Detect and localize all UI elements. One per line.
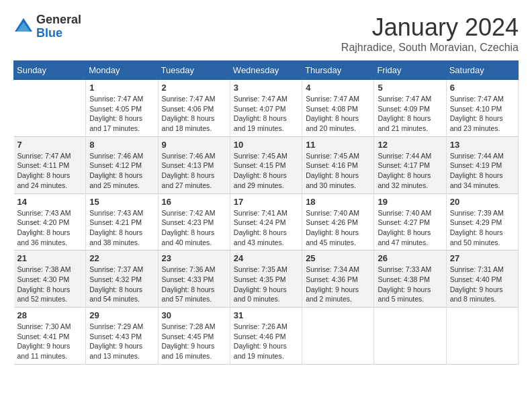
calendar-cell: 6Sunrise: 7:47 AMSunset: 4:10 PMDaylight…: [446, 80, 518, 137]
logo: General Blue: [13, 13, 81, 40]
calendar-cell: 24Sunrise: 7:35 AMSunset: 4:35 PMDayligh…: [230, 250, 302, 308]
calendar-week-row: 21Sunrise: 7:38 AMSunset: 4:30 PMDayligh…: [14, 250, 519, 308]
day-info: Sunrise: 7:34 AMSunset: 4:36 PMDaylight:…: [306, 265, 370, 304]
day-info: Sunrise: 7:47 AMSunset: 4:08 PMDaylight:…: [306, 94, 370, 134]
day-number: 28: [17, 310, 83, 320]
day-info: Sunrise: 7:35 AMSunset: 4:35 PMDaylight:…: [234, 265, 298, 304]
calendar-cell: 12Sunrise: 7:44 AMSunset: 4:17 PMDayligh…: [374, 136, 446, 193]
calendar-week-row: 1Sunrise: 7:47 AMSunset: 4:05 PMDaylight…: [14, 80, 519, 137]
calendar-cell: 17Sunrise: 7:41 AMSunset: 4:24 PMDayligh…: [230, 193, 302, 250]
location: Rajhradice, South Moravian, Czechia: [341, 42, 519, 54]
day-info: Sunrise: 7:47 AMSunset: 4:07 PMDaylight:…: [234, 94, 298, 134]
calendar-cell: 20Sunrise: 7:39 AMSunset: 4:29 PMDayligh…: [446, 193, 518, 250]
day-number: 17: [234, 197, 298, 207]
logo-text: General Blue: [36, 13, 81, 40]
day-number: 27: [450, 253, 515, 263]
weekday-header-tuesday: Tuesday: [158, 61, 230, 80]
calendar-cell: 30Sunrise: 7:28 AMSunset: 4:45 PMDayligh…: [158, 308, 230, 365]
weekday-header-sunday: Sunday: [14, 61, 86, 80]
day-info: Sunrise: 7:36 AMSunset: 4:33 PMDaylight:…: [162, 265, 226, 304]
day-info: Sunrise: 7:41 AMSunset: 4:24 PMDaylight:…: [234, 208, 298, 248]
weekday-header-friday: Friday: [374, 61, 446, 80]
day-info: Sunrise: 7:42 AMSunset: 4:23 PMDaylight:…: [162, 208, 226, 248]
day-number: 25: [306, 253, 370, 263]
logo-blue: Blue: [36, 27, 81, 40]
month-title: January 2024: [341, 13, 519, 42]
day-number: 30: [162, 310, 226, 320]
calendar-cell: 8Sunrise: 7:46 AMSunset: 4:12 PMDaylight…: [86, 136, 158, 193]
calendar-cell: 14Sunrise: 7:43 AMSunset: 4:20 PMDayligh…: [14, 193, 86, 250]
day-info: Sunrise: 7:47 AMSunset: 4:11 PMDaylight:…: [17, 151, 83, 191]
day-number: 24: [234, 253, 298, 263]
calendar-cell: 1Sunrise: 7:47 AMSunset: 4:05 PMDaylight…: [86, 80, 158, 137]
day-number: 10: [234, 140, 298, 150]
weekday-header-thursday: Thursday: [302, 61, 374, 80]
day-info: Sunrise: 7:40 AMSunset: 4:26 PMDaylight:…: [306, 208, 370, 248]
weekday-header-saturday: Saturday: [446, 61, 518, 80]
title-block: January 2024 Rajhradice, South Moravian,…: [341, 13, 519, 54]
calendar-cell: 7Sunrise: 7:47 AMSunset: 4:11 PMDaylight…: [14, 136, 86, 193]
calendar-cell: 2Sunrise: 7:47 AMSunset: 4:06 PMDaylight…: [158, 80, 230, 137]
day-number: 9: [162, 140, 226, 150]
day-number: 3: [234, 83, 298, 93]
day-info: Sunrise: 7:46 AMSunset: 4:13 PMDaylight:…: [162, 151, 226, 191]
day-number: 16: [162, 197, 226, 207]
day-number: 15: [89, 197, 154, 207]
day-number: 31: [234, 310, 298, 320]
day-number: 2: [162, 83, 226, 93]
day-info: Sunrise: 7:31 AMSunset: 4:40 PMDaylight:…: [450, 265, 515, 304]
calendar-week-row: 28Sunrise: 7:30 AMSunset: 4:41 PMDayligh…: [14, 308, 519, 365]
calendar-cell: 26Sunrise: 7:33 AMSunset: 4:38 PMDayligh…: [374, 250, 446, 308]
day-number: 5: [378, 83, 442, 93]
calendar-cell: 28Sunrise: 7:30 AMSunset: 4:41 PMDayligh…: [14, 308, 86, 365]
day-number: 13: [450, 140, 515, 150]
calendar-cell: 27Sunrise: 7:31 AMSunset: 4:40 PMDayligh…: [446, 250, 518, 308]
day-info: Sunrise: 7:28 AMSunset: 4:45 PMDaylight:…: [162, 322, 226, 361]
calendar-cell: 9Sunrise: 7:46 AMSunset: 4:13 PMDaylight…: [158, 136, 230, 193]
day-number: 1: [89, 83, 154, 93]
day-info: Sunrise: 7:37 AMSunset: 4:32 PMDaylight:…: [89, 265, 154, 304]
day-info: Sunrise: 7:33 AMSunset: 4:38 PMDaylight:…: [378, 265, 442, 304]
weekday-header-row: SundayMondayTuesdayWednesdayThursdayFrid…: [14, 61, 519, 80]
calendar-cell: 13Sunrise: 7:44 AMSunset: 4:19 PMDayligh…: [446, 136, 518, 193]
logo-icon: [13, 17, 34, 37]
calendar-cell: 22Sunrise: 7:37 AMSunset: 4:32 PMDayligh…: [86, 250, 158, 308]
calendar-cell: 18Sunrise: 7:40 AMSunset: 4:26 PMDayligh…: [302, 193, 374, 250]
day-number: 23: [162, 253, 226, 263]
day-info: Sunrise: 7:39 AMSunset: 4:29 PMDaylight:…: [450, 208, 515, 248]
day-info: Sunrise: 7:43 AMSunset: 4:20 PMDaylight:…: [17, 208, 83, 248]
calendar-cell: 19Sunrise: 7:40 AMSunset: 4:27 PMDayligh…: [374, 193, 446, 250]
day-number: 14: [17, 197, 83, 207]
calendar-cell: 15Sunrise: 7:43 AMSunset: 4:21 PMDayligh…: [86, 193, 158, 250]
day-number: 4: [306, 83, 370, 93]
day-number: 20: [450, 197, 515, 207]
day-info: Sunrise: 7:45 AMSunset: 4:15 PMDaylight:…: [234, 151, 298, 191]
day-number: 19: [378, 197, 442, 207]
calendar-cell: 29Sunrise: 7:29 AMSunset: 4:43 PMDayligh…: [86, 308, 158, 365]
weekday-header-monday: Monday: [86, 61, 158, 80]
day-number: 21: [17, 253, 83, 263]
day-info: Sunrise: 7:29 AMSunset: 4:43 PMDaylight:…: [89, 322, 154, 361]
day-info: Sunrise: 7:38 AMSunset: 4:30 PMDaylight:…: [17, 265, 83, 304]
calendar-cell: 25Sunrise: 7:34 AMSunset: 4:36 PMDayligh…: [302, 250, 374, 308]
day-number: 12: [378, 140, 442, 150]
calendar-cell: 4Sunrise: 7:47 AMSunset: 4:08 PMDaylight…: [302, 80, 374, 137]
page-header: General Blue January 2024 Rajhradice, So…: [13, 13, 519, 54]
day-number: 6: [450, 83, 515, 93]
day-info: Sunrise: 7:44 AMSunset: 4:19 PMDaylight:…: [450, 151, 515, 191]
day-info: Sunrise: 7:47 AMSunset: 4:05 PMDaylight:…: [89, 94, 154, 134]
weekday-header-wednesday: Wednesday: [230, 61, 302, 80]
day-number: 29: [89, 310, 154, 320]
day-number: 18: [306, 197, 370, 207]
day-info: Sunrise: 7:46 AMSunset: 4:12 PMDaylight:…: [89, 151, 154, 191]
calendar-cell: [374, 308, 446, 365]
day-info: Sunrise: 7:44 AMSunset: 4:17 PMDaylight:…: [378, 151, 442, 191]
day-number: 26: [378, 253, 442, 263]
calendar-week-row: 7Sunrise: 7:47 AMSunset: 4:11 PMDaylight…: [14, 136, 519, 193]
calendar-cell: 21Sunrise: 7:38 AMSunset: 4:30 PMDayligh…: [14, 250, 86, 308]
day-info: Sunrise: 7:43 AMSunset: 4:21 PMDaylight:…: [89, 208, 154, 248]
calendar-cell: 11Sunrise: 7:45 AMSunset: 4:16 PMDayligh…: [302, 136, 374, 193]
calendar-cell: 16Sunrise: 7:42 AMSunset: 4:23 PMDayligh…: [158, 193, 230, 250]
day-number: 7: [17, 140, 83, 150]
calendar-cell: 31Sunrise: 7:26 AMSunset: 4:46 PMDayligh…: [230, 308, 302, 365]
